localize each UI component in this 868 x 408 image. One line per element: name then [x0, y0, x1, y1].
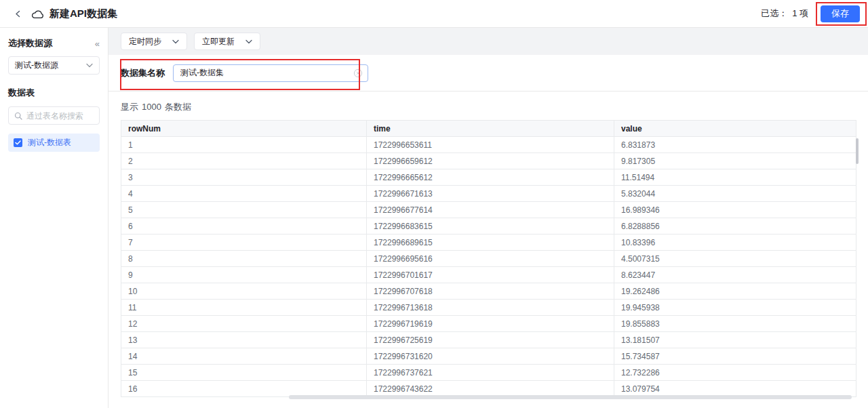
- table-row: 14172299673162015.734587: [121, 348, 856, 365]
- toolbar: 定时同步 立即更新: [108, 28, 868, 55]
- annotation-box-save: [816, 2, 867, 26]
- data-table-wrap: rowNum time value 117229966536116.831873…: [121, 120, 856, 397]
- table-cell: 10: [121, 283, 367, 300]
- datasource-select[interactable]: 测试-数据源: [8, 56, 100, 75]
- table-cell: 3: [121, 169, 367, 186]
- datasource-title-row: 选择数据源 «: [8, 37, 100, 49]
- column-header-time: time: [367, 121, 614, 137]
- page: 新建API数据集 已选： 1 项 保存 选择数据源 « 测试-数据源 数据表: [0, 0, 868, 408]
- table-cell: 6.831873: [614, 137, 856, 153]
- table-cell: 12: [121, 316, 367, 332]
- table-row: 217229966596129.817305: [121, 153, 856, 169]
- cloud-icon: [31, 9, 44, 19]
- table-cell: 15: [121, 365, 367, 381]
- table-cell: 1: [121, 137, 367, 153]
- preview-content: 显示1000条数据 rowNum time value 117229966536…: [108, 91, 868, 408]
- table-cell: 1722996713618: [367, 300, 614, 316]
- selected-label: 已选：: [761, 7, 787, 20]
- datasource-title: 选择数据源: [8, 37, 52, 49]
- back-button[interactable]: [11, 7, 24, 20]
- table-row: 16172299674362213.079754: [121, 381, 856, 397]
- vertical-scrollbar[interactable]: [856, 138, 859, 164]
- chevron-down-icon: [172, 39, 179, 44]
- table-cell: 5: [121, 202, 367, 218]
- table-row: 7172299668961510.83396: [121, 234, 856, 251]
- search-icon: [14, 112, 22, 120]
- table-cell: 7: [121, 234, 367, 251]
- table-cell: 1722996743622: [367, 381, 614, 397]
- checkbox-checked-icon[interactable]: [14, 138, 22, 147]
- table-search-box: [8, 106, 100, 125]
- tables-title: 数据表: [8, 87, 100, 99]
- back-chevron-icon: [14, 10, 22, 18]
- table-row: 3172299666561211.51494: [121, 169, 856, 186]
- datasource-select-value: 测试-数据源: [15, 60, 58, 71]
- column-header-rownum: rowNum: [121, 121, 367, 137]
- table-row: 917229967016178.623447: [121, 267, 856, 283]
- table-cell: 1722996701617: [367, 267, 614, 283]
- table-cell: 1722996695616: [367, 251, 614, 267]
- page-title: 新建API数据集: [50, 7, 117, 20]
- table-cell: 2: [121, 153, 367, 169]
- table-cell: 14: [121, 348, 367, 365]
- column-header-value: value: [614, 121, 856, 137]
- summary-count: 1000: [142, 102, 161, 112]
- table-cell: 1722996665612: [367, 169, 614, 186]
- row-count-summary: 显示1000条数据: [121, 101, 856, 113]
- table-cell: 4: [121, 186, 367, 202]
- data-table: rowNum time value 117229966536116.831873…: [121, 120, 856, 397]
- top-header: 新建API数据集 已选： 1 项 保存: [0, 0, 868, 28]
- table-cell: 6.8288856: [614, 218, 856, 234]
- sync-mode-dropdown[interactable]: 定时同步: [121, 33, 187, 50]
- selected-count: 1 项: [792, 7, 808, 20]
- table-cell: 1722996653611: [367, 137, 614, 153]
- update-mode-value: 立即更新: [202, 36, 235, 47]
- horizontal-scrollbar[interactable]: [289, 395, 852, 399]
- table-cell: 16.989346: [614, 202, 856, 218]
- table-cell: 13.079754: [614, 381, 856, 397]
- table-cell: 8.623447: [614, 267, 856, 283]
- table-cell: 9: [121, 267, 367, 283]
- table-cell: 13.181507: [614, 332, 856, 348]
- table-row: 10172299670761819.262486: [121, 283, 856, 300]
- annotation-box-dataset-name: [120, 59, 360, 90]
- table-row: 15172299673762112.732286: [121, 365, 856, 381]
- table-header-row: rowNum time value: [121, 121, 856, 137]
- table-cell: 19.855883: [614, 316, 856, 332]
- table-cell: 1722996725619: [367, 332, 614, 348]
- table-cell: 8: [121, 251, 367, 267]
- table-cell: 9.817305: [614, 153, 856, 169]
- table-cell: 19.945938: [614, 300, 856, 316]
- table-cell: 1722996671613: [367, 186, 614, 202]
- table-row: 117229966536116.831873: [121, 137, 856, 153]
- table-cell: 16: [121, 381, 367, 397]
- summary-prefix: 显示: [121, 102, 138, 112]
- table-row: 12172299671961919.855883: [121, 316, 856, 332]
- table-search-input[interactable]: [26, 111, 94, 121]
- table-row: 11172299671361819.945938: [121, 300, 856, 316]
- table-row: 817229966956164.5007315: [121, 251, 856, 267]
- table-cell: 4.5007315: [614, 251, 856, 267]
- table-cell: 5.832044: [614, 186, 856, 202]
- sidebar: 选择数据源 « 测试-数据源 数据表 测试-数据表: [0, 28, 108, 408]
- table-cell: 1722996707618: [367, 283, 614, 300]
- table-cell: 15.734587: [614, 348, 856, 365]
- table-list-item[interactable]: 测试-数据表: [8, 134, 100, 152]
- chevron-down-icon: [86, 63, 93, 68]
- update-mode-dropdown[interactable]: 立即更新: [194, 33, 260, 50]
- table-cell: 1722996683615: [367, 218, 614, 234]
- table-cell: 6: [121, 218, 367, 234]
- table-cell: 1722996689615: [367, 234, 614, 251]
- table-cell: 11: [121, 300, 367, 316]
- table-cell: 1722996659612: [367, 153, 614, 169]
- table-cell: 1722996677614: [367, 202, 614, 218]
- chevron-down-icon: [245, 39, 252, 44]
- summary-suffix: 条数据: [165, 102, 191, 112]
- table-row: 13172299672561913.181507: [121, 332, 856, 348]
- table-cell: 1722996719619: [367, 316, 614, 332]
- table-cell: 19.262486: [614, 283, 856, 300]
- table-row: 417229966716135.832044: [121, 186, 856, 202]
- collapse-sidebar-icon[interactable]: «: [95, 39, 100, 48]
- table-cell: 10.83396: [614, 234, 856, 251]
- table-row: 5172299667761416.989346: [121, 202, 856, 218]
